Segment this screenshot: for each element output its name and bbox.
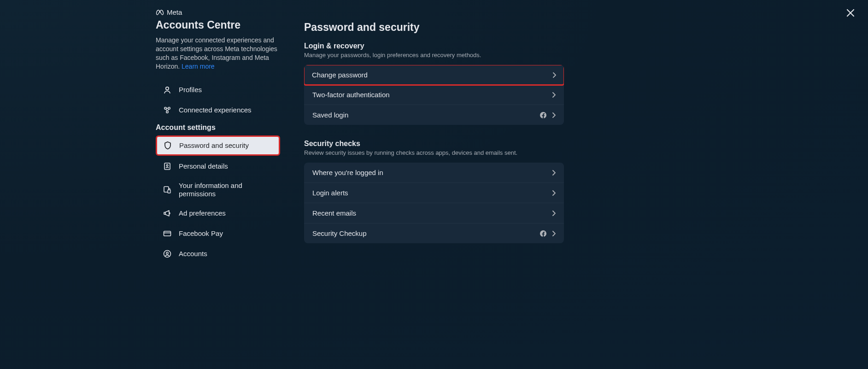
card-list-security: Where you're logged in Login alerts Rece… — [304, 163, 564, 243]
section-desc: Review security issues by running checks… — [304, 149, 564, 156]
facebook-icon — [540, 112, 546, 118]
svg-point-3 — [166, 111, 168, 112]
sidebar-nav: Profiles Connected experiences Account s… — [156, 80, 292, 264]
svg-point-10 — [166, 252, 168, 254]
svg-point-9 — [164, 250, 171, 257]
sidebar-item-facebook-pay[interactable]: Facebook Pay — [156, 224, 280, 243]
section-login-recovery: Login & recovery Manage your passwords, … — [304, 42, 564, 125]
chevron-right-icon — [552, 112, 556, 118]
account-settings-label: Account settings — [156, 121, 292, 135]
sidebar-item-personal-details[interactable]: Personal details — [156, 157, 280, 176]
card-icon — [162, 228, 172, 239]
svg-point-5 — [166, 164, 168, 166]
item-saved-login[interactable]: Saved login — [304, 105, 564, 125]
section-title: Security checks — [304, 140, 564, 148]
section-title: Login & recovery — [304, 42, 564, 50]
id-card-icon — [162, 161, 172, 171]
section-security-checks: Security checks Review security issues b… — [304, 140, 564, 243]
page-title: Password and security — [304, 21, 564, 34]
learn-more-link[interactable]: Learn more — [182, 63, 215, 70]
sidebar-description: Manage your connected experiences and ac… — [156, 36, 280, 71]
item-change-password[interactable]: Change password — [304, 65, 564, 86]
chevron-right-icon — [552, 231, 556, 236]
svg-point-0 — [166, 87, 169, 89]
chevron-right-icon — [552, 211, 556, 216]
item-two-factor[interactable]: Two-factor authentication — [304, 85, 564, 105]
chevron-right-icon — [552, 72, 556, 78]
sidebar-title: Accounts Centre — [156, 19, 292, 31]
megaphone-icon — [162, 208, 172, 218]
item-security-checkup[interactable]: Security Checkup — [304, 223, 564, 243]
chevron-right-icon — [552, 190, 556, 196]
item-login-alerts[interactable]: Login alerts — [304, 183, 564, 203]
chevron-right-icon — [552, 92, 556, 98]
brand: Meta — [156, 8, 292, 16]
item-recent-emails[interactable]: Recent emails — [304, 203, 564, 223]
sidebar: Meta Accounts Centre Manage your connect… — [156, 8, 292, 264]
meta-logo-icon — [156, 10, 164, 15]
svg-rect-7 — [168, 190, 170, 193]
card-list-login: Change password Two-factor authenticatio… — [304, 65, 564, 125]
user-circle-icon — [162, 249, 172, 259]
close-icon — [846, 8, 855, 18]
svg-rect-8 — [164, 231, 171, 236]
person-icon — [162, 85, 172, 95]
chevron-right-icon — [552, 170, 556, 176]
sidebar-item-password-security[interactable]: Password and security — [156, 135, 280, 156]
brand-name: Meta — [167, 8, 182, 16]
sidebar-item-connected[interactable]: Connected experiences — [156, 100, 280, 120]
item-where-logged-in[interactable]: Where you're logged in — [304, 163, 564, 183]
sidebar-item-ad-preferences[interactable]: Ad preferences — [156, 204, 280, 223]
permissions-icon — [162, 185, 172, 195]
sidebar-item-profiles[interactable]: Profiles — [156, 80, 280, 100]
sidebar-item-info-permissions[interactable]: Your information and permissions — [156, 177, 280, 203]
connected-icon — [162, 105, 172, 115]
close-button[interactable] — [846, 8, 855, 18]
shield-icon — [163, 141, 173, 151]
main-content: Password and security Login & recovery M… — [292, 8, 564, 264]
sidebar-item-accounts[interactable]: Accounts — [156, 244, 280, 264]
facebook-icon — [540, 230, 546, 237]
section-desc: Manage your passwords, login preferences… — [304, 52, 564, 59]
